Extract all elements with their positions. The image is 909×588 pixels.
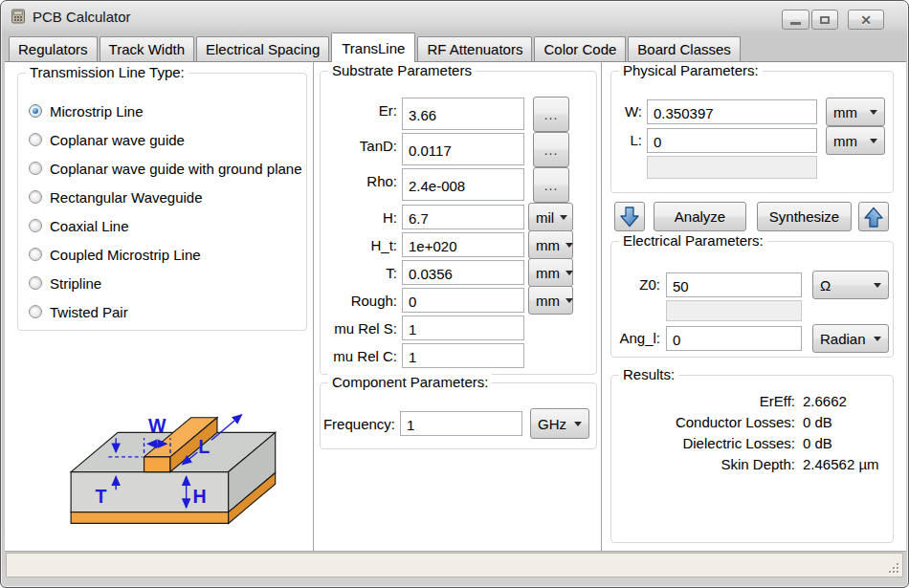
radio-rectangular-waveguide[interactable]: Rectangular Waveguide [18,183,306,211]
chevron-down-icon [874,337,881,341]
chevron-down-icon [565,243,573,248]
transline-page: Transmission Line Type: Microstrip Line … [5,61,906,552]
substrate-parameters-title: Substrate Parameters [328,62,476,78]
close-button[interactable]: ✕ [848,10,884,30]
radio-icon [29,190,42,204]
radio-coupled-microstrip-line[interactable]: Coupled Microstrip Line [18,240,306,269]
radio-icon [29,133,42,146]
z0-input[interactable] [666,272,802,297]
radio-coplanar-wave-guide[interactable]: Coplanar wave guide [18,125,306,154]
radio-microstrip-line[interactable]: Microstrip Line [18,97,306,125]
result-conductor-losses: Conductor Losses:0 dB [611,414,832,430]
rough-input[interactable] [402,288,524,313]
result-ereff: ErEff:2.6662 [611,393,847,409]
tab-color-code[interactable]: Color Code [534,36,626,61]
l-unit-select[interactable]: mm [826,126,885,155]
w-input[interactable] [647,99,817,124]
component-parameters-group: Component Parameters: Frequency: GHz [320,382,597,449]
h-unit-select[interactable]: mil [528,203,573,231]
chevron-down-icon [560,215,567,220]
minimize-button[interactable] [782,10,809,30]
tab-bar: Regulators Track Width Electrical Spacin… [9,33,743,62]
substrate-row-h: H: mil [321,205,596,229]
radio-twisted-pair[interactable]: Twisted Pair [18,297,306,326]
mu-rel-s-input[interactable] [402,316,524,340]
pcb-calculator-window: PCB Calculator ✕ Regulators Track Width … [0,0,909,588]
diagram-label-t: T [96,486,107,507]
resize-grip[interactable] [887,561,900,575]
results-group: Results: ErEff:2.6662 Conductor Losses:0… [610,375,894,543]
radio-icon [29,276,42,290]
substrate-row-tand: TanD: ... [321,133,596,165]
ht-unit-select[interactable]: mm [528,230,573,259]
microstrip-diagram: W L T H [60,359,278,543]
maximize-icon [820,16,830,24]
blue-up-arrow-icon [863,206,884,229]
diagram-label-l: L [198,436,210,457]
radio-icon [29,305,42,318]
transmission-line-options: Microstrip Line Coplanar wave guide Copl… [18,74,306,326]
substrate-row-rho: Rho: ... [321,168,596,201]
frequency-input[interactable] [400,411,522,436]
copy-down-button[interactable] [614,202,645,231]
z0-unit-select[interactable]: Ω [812,271,889,299]
radio-coaxial-line[interactable]: Coaxial Line [18,211,306,240]
l-input[interactable] [647,128,817,153]
substrate-row-t: T: mm [321,260,596,285]
tab-rf-attenuators[interactable]: RF Attenuators [417,36,532,61]
calculator-app-icon [11,9,26,24]
radio-selected-icon [29,104,42,118]
substrate-row-rough: Rough: mm [321,288,596,313]
synthesize-button[interactable]: Synthesize [757,202,852,231]
titlebar[interactable]: PCB Calculator ✕ [2,2,907,31]
h-input[interactable] [402,205,524,229]
chevron-down-icon [874,283,881,288]
minimize-icon [790,22,801,25]
er-input[interactable] [402,98,524,130]
ang-l-label: Ang_l: [611,330,660,346]
radio-stripline[interactable]: Stripline [18,269,306,297]
splitter-sash-left[interactable] [313,62,314,551]
blue-down-arrow-icon [619,206,640,229]
t-unit-select[interactable]: mm [528,258,573,287]
rho-more-button[interactable]: ... [533,167,569,203]
frequency-unit-select[interactable]: GHz [530,408,589,439]
tab-board-classes[interactable]: Board Classes [628,36,741,61]
copy-up-button[interactable] [858,202,889,231]
radio-coplanar-wave-guide-ground-plane[interactable]: Coplanar wave guide with ground plane [18,154,306,183]
splitter-sash-right[interactable] [601,62,602,551]
t-input[interactable] [402,260,524,285]
tand-input[interactable] [402,133,524,165]
tab-electrical-spacing[interactable]: Electrical Spacing [196,36,329,61]
chevron-down-icon [574,422,582,426]
er-more-button[interactable]: ... [533,97,569,132]
tand-more-button[interactable]: ... [533,132,569,167]
l-label: L: [617,132,642,148]
ht-input[interactable] [402,232,524,257]
w-unit-select[interactable]: mm [826,98,885,126]
frequency-row: Frequency: GHz [321,411,596,436]
maximize-button[interactable] [811,10,838,30]
w-label: W: [617,103,642,120]
chevron-down-icon [870,139,877,143]
rough-unit-select[interactable]: mm [528,286,573,315]
ang-l-unit-select[interactable]: Radian [812,324,889,353]
ang-l-input[interactable] [666,326,802,351]
chevron-down-icon [565,271,573,275]
tab-track-width[interactable]: Track Width [100,36,194,61]
mu-rel-c-input[interactable] [402,343,524,368]
analyze-button[interactable]: Analyze [654,202,746,231]
chevron-down-icon [870,110,877,115]
radio-icon [29,219,42,232]
rho-input[interactable] [402,168,524,201]
substrate-row-mu-rel-s: mu Rel S: [321,316,596,340]
close-icon: ✕ [860,13,872,27]
tab-regulators[interactable]: Regulators [9,36,98,61]
z0-label: Z0: [611,276,660,293]
component-parameters-title: Component Parameters: [328,374,492,390]
radio-icon [29,248,42,261]
substrate-row-mu-rel-c: mu Rel C: [321,343,596,368]
tab-transline[interactable]: TransLine [331,33,415,62]
window-title: PCB Calculator [33,9,131,25]
electrical-parameters-group: Electrical Parameters: Z0: Ω Ang_l: Radi… [610,241,894,358]
